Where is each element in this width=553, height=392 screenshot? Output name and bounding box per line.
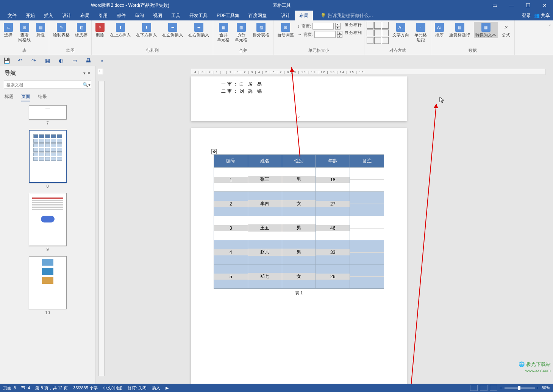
convert-to-text-button[interactable]: ▦转换为文本 bbox=[474, 22, 498, 38]
tab-file[interactable]: 文件 bbox=[3, 11, 21, 20]
nav-tab-headings[interactable]: 标题 bbox=[5, 93, 14, 101]
nav-search-input[interactable] bbox=[4, 81, 82, 89]
insert-below-button[interactable]: ⬇在下方插入 bbox=[134, 22, 158, 38]
status-page[interactable]: 页面: 8 bbox=[3, 385, 16, 391]
width-down[interactable]: ▼ bbox=[337, 34, 342, 38]
save-icon[interactable]: 💾 bbox=[3, 57, 10, 64]
split-table-button[interactable]: ▧拆分表格 bbox=[251, 22, 271, 38]
thumb-page-10[interactable] bbox=[29, 256, 67, 309]
col-header[interactable]: 编号 bbox=[214, 155, 248, 168]
delete-button[interactable]: ✕删除 bbox=[94, 22, 106, 38]
distribute-cols-button[interactable]: ⊟ 分布列 bbox=[345, 30, 362, 36]
tab-design[interactable]: 设计 bbox=[58, 11, 76, 20]
view-gridlines-button[interactable]: ⊞查看 网格线 bbox=[17, 22, 32, 43]
col-header[interactable]: 备注 bbox=[350, 155, 384, 168]
tab-table-design[interactable]: 设计 bbox=[276, 11, 295, 20]
repeat-header-button[interactable]: ▤重复标题行 bbox=[448, 22, 472, 38]
maximize-icon[interactable]: ☐ bbox=[520, 0, 536, 11]
thumb-page-9[interactable] bbox=[29, 193, 67, 246]
nav-close-icon[interactable]: ✕ bbox=[87, 71, 91, 76]
thumb-page-8[interactable] bbox=[29, 130, 67, 183]
merge-cells-button[interactable]: ▦合并 单元格 bbox=[216, 22, 231, 43]
status-chars[interactable]: 35/2885 个字 bbox=[73, 385, 98, 391]
tell-me-search[interactable]: 💡 告诉我您想要做什么… bbox=[320, 12, 373, 19]
view-web-icon[interactable] bbox=[490, 385, 497, 391]
select-button[interactable]: ▭选择 bbox=[2, 22, 14, 38]
close-icon[interactable]: ✕ bbox=[536, 0, 553, 11]
width-input[interactable] bbox=[314, 31, 336, 38]
split-cells-button[interactable]: ▥拆分 单元格 bbox=[233, 22, 249, 43]
tab-table-layout[interactable]: 布局 bbox=[295, 11, 313, 20]
formula-button[interactable]: fx公式 bbox=[500, 22, 512, 38]
tab-view[interactable]: 视图 bbox=[148, 11, 167, 20]
status-track[interactable]: 修订: 关闭 bbox=[128, 385, 147, 391]
col-header[interactable]: 姓名 bbox=[248, 155, 282, 168]
col-header[interactable]: 年龄 bbox=[316, 155, 350, 168]
properties-button[interactable]: ▤属性 bbox=[34, 22, 47, 38]
minimize-icon[interactable]: — bbox=[503, 0, 520, 11]
group-merge-label: 合并 bbox=[216, 48, 271, 53]
alignment-grid[interactable] bbox=[367, 22, 389, 44]
vertical-ruler[interactable] bbox=[98, 81, 105, 376]
table-move-handle[interactable]: ✥ bbox=[211, 149, 217, 154]
eraser-button[interactable]: ◧橡皮擦 bbox=[73, 22, 89, 38]
width-up[interactable]: ▲ bbox=[337, 31, 342, 34]
zoom-slider[interactable] bbox=[505, 387, 535, 389]
search-icon[interactable]: 🔍▾ bbox=[82, 81, 91, 89]
height-up[interactable]: ▲ bbox=[335, 23, 341, 26]
thumb-page-7[interactable]: ⋯⋯ bbox=[29, 105, 67, 120]
status-insert[interactable]: 插入 bbox=[152, 385, 160, 391]
qat-icon-3[interactable]: ▭ bbox=[71, 57, 78, 64]
nav-tab-results[interactable]: 结果 bbox=[38, 93, 47, 101]
nav-tab-pages[interactable]: 页面 bbox=[21, 93, 30, 101]
qat-icon-1[interactable]: ▦ bbox=[44, 57, 51, 64]
collapse-ribbon-icon[interactable]: ⌄ bbox=[547, 20, 553, 55]
draw-table-button[interactable]: ✎绘制表格 bbox=[52, 22, 71, 38]
tab-references[interactable]: 引用 bbox=[94, 11, 112, 20]
tab-mailings[interactable]: 邮件 bbox=[112, 11, 130, 20]
height-input[interactable] bbox=[312, 23, 334, 30]
zoom-out-icon[interactable]: − bbox=[500, 386, 502, 390]
tab-review[interactable]: 审阅 bbox=[130, 11, 148, 20]
login-link[interactable]: 登录 bbox=[522, 12, 531, 19]
sort-button[interactable]: A↓排序 bbox=[433, 22, 445, 38]
autofit-button[interactable]: ⊞自动调整 bbox=[276, 22, 295, 38]
text-direction-button[interactable]: A↕文字方向 bbox=[391, 22, 411, 38]
height-down[interactable]: ▼ bbox=[335, 26, 341, 30]
qat-icon-2[interactable]: ◐ bbox=[58, 57, 64, 64]
tab-home[interactable]: 开始 bbox=[21, 11, 39, 20]
insert-above-button[interactable]: ⬆在上方插入 bbox=[108, 22, 132, 38]
nav-title: 导航 bbox=[5, 70, 16, 77]
status-lang[interactable]: 中文(中国) bbox=[103, 385, 122, 391]
tab-layout[interactable]: 布局 bbox=[76, 11, 94, 20]
insert-left-button[interactable]: ⬅在左侧插入 bbox=[161, 22, 184, 38]
insert-right-button[interactable]: ➡在右侧插入 bbox=[187, 22, 211, 38]
tab-baidu[interactable]: 百度网盘 bbox=[244, 11, 271, 20]
status-section[interactable]: 节: 4 bbox=[21, 385, 30, 391]
distribute-rows-button[interactable]: ⊞ 分布行 bbox=[345, 22, 362, 28]
status-page-of[interactable]: 第 8 页，共 12 页 bbox=[35, 385, 68, 391]
nav-search[interactable]: 🔍▾ bbox=[4, 81, 91, 89]
status-macro-icon[interactable]: ▶ bbox=[166, 386, 169, 390]
tab-tools[interactable]: 工具 bbox=[167, 11, 185, 20]
document-area[interactable]: L ·4·|·3·|·2·|·1·|···|·1·|·3·|·2·|·3·|·4… bbox=[95, 66, 553, 384]
nav-dropdown-icon[interactable]: ▾ bbox=[83, 71, 86, 76]
tab-selector[interactable]: L bbox=[98, 69, 103, 74]
data-table[interactable]: 编号 姓名 性别 年龄 备注 1张三男18 2李四女27 3王五男46 4赵六男… bbox=[214, 154, 384, 289]
ribbon-options-icon[interactable]: ▭ bbox=[486, 0, 503, 11]
horizontal-ruler[interactable]: ·4·|·3·|·2·|·1·|···|·1·|·3·|·2·|·3·|·4·|… bbox=[191, 69, 545, 75]
col-header[interactable]: 性别 bbox=[282, 155, 316, 168]
share-button[interactable]: 👥 共享 bbox=[534, 12, 550, 19]
view-print-icon[interactable] bbox=[480, 385, 487, 391]
redo-icon[interactable]: ↷ bbox=[30, 57, 37, 64]
qat-icon-5[interactable]: ▫ bbox=[98, 57, 105, 64]
qat-icon-4[interactable]: 🖶 bbox=[85, 57, 92, 64]
tab-developer[interactable]: 开发工具 bbox=[185, 11, 212, 20]
tab-pdf[interactable]: PDF工具集 bbox=[212, 11, 244, 20]
tab-insert[interactable]: 插入 bbox=[39, 11, 58, 20]
zoom-level[interactable]: 80% bbox=[542, 386, 550, 390]
view-read-icon[interactable] bbox=[470, 385, 478, 391]
zoom-in-icon[interactable]: + bbox=[537, 386, 539, 390]
cell-margins-button[interactable]: ▫单元格 边距 bbox=[413, 22, 428, 43]
undo-icon[interactable]: ↶ bbox=[17, 57, 23, 64]
